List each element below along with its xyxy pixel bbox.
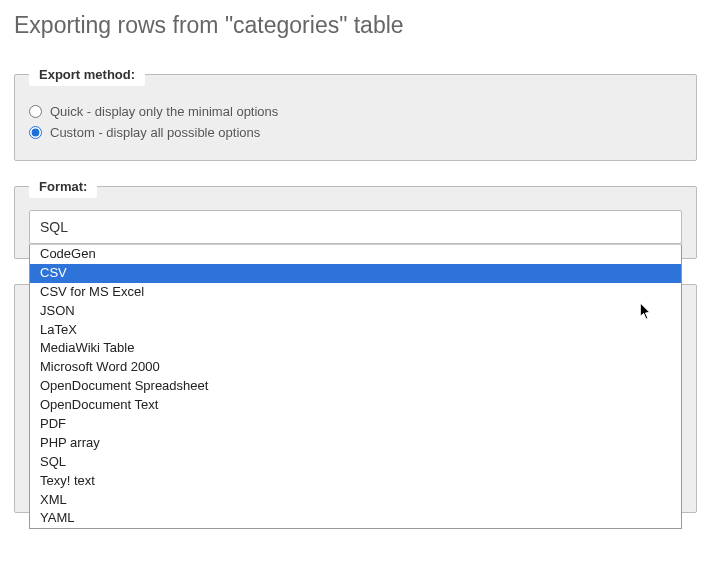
format-option[interactable]: Microsoft Word 2000 <box>30 358 681 377</box>
format-fieldset: Format: CodeGenCSVCSV for MS ExcelJSONLa… <box>14 175 697 259</box>
format-legend: Format: <box>29 175 97 198</box>
format-option[interactable]: MediaWiki Table <box>30 339 681 358</box>
format-option[interactable]: JSON <box>30 302 681 321</box>
export-method-legend: Export method: <box>29 63 145 86</box>
format-option[interactable]: CSV for MS Excel <box>30 283 681 302</box>
format-option[interactable]: OpenDocument Spreadsheet <box>30 377 681 396</box>
format-option[interactable]: OpenDocument Text <box>30 396 681 415</box>
format-option[interactable]: CodeGen <box>30 245 681 264</box>
export-method-custom-label: Custom - display all possible options <box>50 125 260 140</box>
format-option[interactable]: YAML <box>30 509 681 528</box>
format-option[interactable]: Texy! text <box>30 472 681 491</box>
export-method-custom-radio[interactable] <box>29 126 42 139</box>
format-dropdown-list[interactable]: CodeGenCSVCSV for MS ExcelJSONLaTeXMedia… <box>29 244 682 529</box>
export-method-quick-label: Quick - display only the minimal options <box>50 104 278 119</box>
page-title: Exporting rows from "categories" table <box>14 12 697 39</box>
export-method-quick-row[interactable]: Quick - display only the minimal options <box>29 104 682 119</box>
export-method-quick-radio[interactable] <box>29 105 42 118</box>
format-option[interactable]: PDF <box>30 415 681 434</box>
format-option[interactable]: CSV <box>30 264 681 283</box>
format-option[interactable]: PHP array <box>30 434 681 453</box>
format-select[interactable] <box>29 210 682 244</box>
format-option[interactable]: SQL <box>30 453 681 472</box>
export-method-fieldset: Export method: Quick - display only the … <box>14 63 697 161</box>
format-option[interactable]: XML <box>30 491 681 510</box>
export-method-custom-row[interactable]: Custom - display all possible options <box>29 125 682 140</box>
format-option[interactable]: LaTeX <box>30 321 681 340</box>
format-select-wrap: CodeGenCSVCSV for MS ExcelJSONLaTeXMedia… <box>29 210 682 244</box>
